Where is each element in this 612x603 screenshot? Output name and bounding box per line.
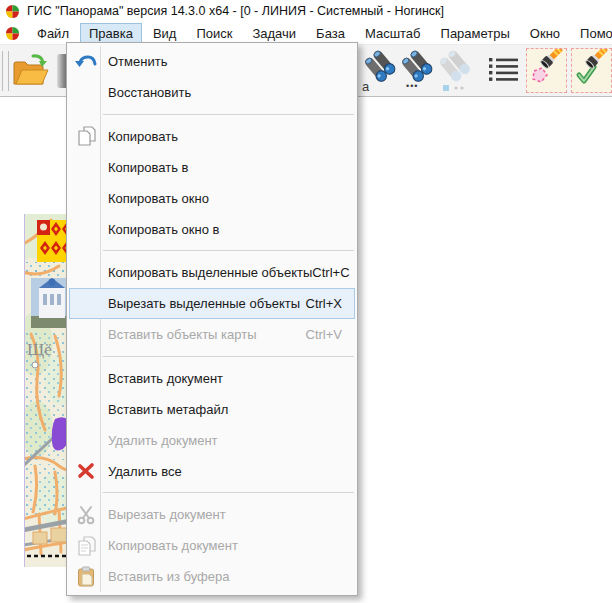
find-letter-badge: a — [362, 80, 369, 93]
open-map-folder-icon[interactable] — [11, 52, 51, 90]
menu-item-undo[interactable]: Отменить — [69, 46, 355, 77]
title-bar: ГИС "Панорама" версия 14.3.0 x64 - [0 - … — [0, 0, 612, 22]
menu-separator — [67, 108, 357, 121]
menu-item-paste-document[interactable]: Вставить документ — [69, 363, 355, 394]
window-title: ГИС "Панорама" версия 14.3.0 x64 - [0 - … — [27, 4, 444, 18]
shortcut-label: Ctrl+V — [306, 327, 354, 342]
binoculars-find-by-name-icon[interactable]: a — [362, 49, 398, 93]
menu-item-copy-document: Копировать документ — [69, 530, 355, 561]
menu-file[interactable]: Файл — [28, 23, 78, 44]
toolbar-grip-handle[interactable] — [2, 51, 9, 91]
paste-clipboard-icon — [70, 566, 101, 588]
menu-item-copy-window-to[interactable]: Копировать окно в — [69, 214, 355, 245]
toolbar-search-group: a ••• — [360, 45, 612, 96]
menu-item-copy[interactable]: Копировать — [69, 121, 355, 152]
menu-search[interactable]: Поиск — [187, 23, 241, 44]
menu-database[interactable]: База — [307, 23, 354, 44]
menu-edit[interactable]: Правка — [80, 23, 142, 44]
highlight-search-area-icon[interactable] — [526, 48, 567, 93]
menu-item-paste-metafile[interactable]: Вставить метафайл — [69, 394, 355, 425]
binoculars-find-list-icon[interactable]: ••• — [399, 49, 435, 93]
app-logo-icon — [5, 4, 20, 19]
shortcut-label: Ctrl+C — [312, 265, 361, 280]
menu-separator — [67, 245, 357, 258]
app-logo-icon[interactable] — [5, 26, 20, 41]
menu-item-paste-map-objects: Вставить объекты карты Ctrl+V — [69, 319, 355, 350]
menu-item-copy-selected-objects[interactable]: Копировать выделенные объекты Ctrl+C — [69, 257, 355, 288]
shortcut-label: Ctrl+X — [306, 296, 354, 311]
menu-separator — [67, 487, 357, 500]
menu-view[interactable]: Вид — [144, 23, 186, 44]
binoculars-find-disabled-icon — [437, 49, 473, 93]
map-place-label: Щё — [27, 340, 52, 359]
highlight-search-selected-icon[interactable] — [571, 48, 612, 93]
menu-item-copy-window[interactable]: Копировать окно — [69, 183, 355, 214]
menu-help[interactable]: Помощь — [571, 23, 612, 44]
copy-pages-icon — [70, 125, 101, 147]
delete-all-red-x-icon — [70, 461, 101, 481]
scissors-icon — [70, 505, 101, 525]
menu-item-paste-from-buffer: Вставить из буфера — [69, 561, 355, 592]
menu-item-delete-all[interactable]: Удалить все — [69, 456, 355, 487]
find-more-badge: ••• — [406, 82, 418, 91]
menu-item-cut-document: Вырезать документ — [69, 499, 355, 530]
menu-scale[interactable]: Масштаб — [356, 23, 430, 44]
menu-item-cut-selected-objects[interactable]: Вырезать выделенные объекты Ctrl+X — [69, 288, 355, 319]
menu-item-delete-document: Удалить документ — [69, 425, 355, 456]
menu-item-copy-to[interactable]: Копировать в — [69, 152, 355, 183]
menu-item-redo[interactable]: Восстановить — [69, 77, 355, 108]
menu-parameters[interactable]: Параметры — [432, 23, 519, 44]
menu-tasks[interactable]: Задачи — [243, 23, 305, 44]
menu-window[interactable]: Окно — [521, 23, 569, 44]
object-list-icon[interactable] — [489, 57, 525, 101]
menu-separator — [67, 350, 357, 363]
copy-document-icon — [70, 535, 101, 557]
undo-icon — [70, 52, 101, 72]
edit-dropdown-menu: Отменить Восстановить Копировать Копиров… — [66, 42, 358, 596]
